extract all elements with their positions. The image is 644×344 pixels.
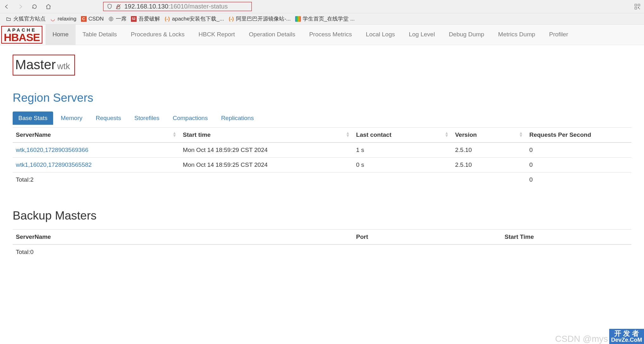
reload-icon <box>31 3 38 10</box>
backup-masters-table: ServerName Port Start Time Total:0 <box>13 229 631 259</box>
tab-storefiles[interactable]: Storefiles <box>129 112 165 125</box>
region-servers-table: ServerName▲▼ Start time▲▼ Last contact▲▼… <box>13 127 631 187</box>
rainbow-icon <box>295 16 301 22</box>
col-servername[interactable]: ServerName▲▼ <box>13 127 180 142</box>
nav-process-metrics[interactable]: Process Metrics <box>302 25 359 45</box>
bookmark-item[interactable]: (-)apache安装包下载_... <box>164 15 224 22</box>
col-bm-servername: ServerName <box>13 229 353 244</box>
bookmark-item[interactable]: (-)阿里巴巴开源镜像站-... <box>228 15 291 22</box>
total-label: Total:2 <box>13 172 180 187</box>
bookmark-item[interactable]: 一席 <box>108 15 127 22</box>
url-bar[interactable]: 192.168.10.130:16010/master-status <box>103 2 252 11</box>
arrow-right-icon <box>17 3 24 10</box>
col-rps[interactable]: Requests Per Second <box>526 127 631 142</box>
sort-icon: ▲▼ <box>519 131 523 137</box>
cell-contact: 0 s <box>353 157 452 172</box>
nav-procedures-locks[interactable]: Procedures & Locks <box>124 25 192 45</box>
reload-button[interactable] <box>31 3 38 10</box>
svg-rect-5 <box>638 7 639 8</box>
forward-button[interactable] <box>17 3 24 10</box>
cell-rps: 0 <box>526 142 631 158</box>
nav-local-logs[interactable]: Local Logs <box>359 25 402 45</box>
master-hostname: wtk <box>57 62 70 71</box>
cell-contact: 1 s <box>353 142 452 158</box>
col-version[interactable]: Version▲▼ <box>452 127 526 142</box>
tab-requests[interactable]: Requests <box>90 112 127 125</box>
back-button[interactable] <box>3 3 10 10</box>
backup-masters-heading: Backup Masters <box>13 209 631 222</box>
folder-icon <box>6 16 11 22</box>
favicon-52pj-icon: 52 <box>131 16 137 22</box>
cell-start: Mon Oct 14 18:59:25 CST 2024 <box>180 157 353 172</box>
bm-total-label: Total:0 <box>13 244 353 259</box>
nav-home[interactable]: Home <box>46 25 76 45</box>
globe-icon <box>108 16 114 22</box>
url-text: 192.168.10.130:16010/master-status <box>124 3 228 10</box>
region-server-tabs: Base Stats Memory Requests Storefiles Co… <box>13 112 631 125</box>
nav-metrics-dump[interactable]: Metrics Dump <box>491 25 542 45</box>
col-last-contact[interactable]: Last contact▲▼ <box>353 127 452 142</box>
svg-rect-6 <box>639 9 640 9</box>
browser-toolbar: 192.168.10.130:16010/master-status <box>0 0 644 13</box>
tab-compactions[interactable]: Compactions <box>167 112 214 125</box>
pocket-icon: ◡ <box>50 16 56 22</box>
page-content: Master wtk Region Servers Base Stats Mem… <box>0 45 644 269</box>
lock-insecure-icon <box>115 4 121 9</box>
server-link[interactable]: wtk1,16020,1728903565582 <box>16 161 92 168</box>
tab-base-stats[interactable]: Base Stats <box>13 112 53 125</box>
master-title-box: Master wtk <box>13 55 75 75</box>
home-icon <box>45 3 52 10</box>
tab-memory[interactable]: Memory <box>55 112 88 125</box>
table-total-row: Total:0 <box>13 244 631 259</box>
svg-rect-3 <box>638 4 640 6</box>
qr-icon[interactable] <box>634 3 641 10</box>
bookmark-item[interactable]: CCSDN <box>81 16 104 22</box>
sort-icon: ▲▼ <box>346 131 350 137</box>
bookmarks-bar: 火狐官方站点 ◡relaxing CCSDN 一席 52吾爱破解 (-)apac… <box>0 13 644 24</box>
svg-rect-4 <box>635 7 637 9</box>
cell-start: Mon Oct 14 18:59:29 CST 2024 <box>180 142 353 158</box>
bookmark-item[interactable]: 52吾爱破解 <box>131 15 160 22</box>
csdn-icon: C <box>81 16 87 22</box>
nav-table-details[interactable]: Table Details <box>76 25 124 45</box>
cell-version: 2.5.10 <box>452 157 526 172</box>
nav-hbck-report[interactable]: HBCK Report <box>192 25 242 45</box>
sort-icon: ▲▼ <box>172 131 176 137</box>
bookmark-item[interactable]: ◡relaxing <box>50 16 77 22</box>
svg-rect-2 <box>635 4 637 6</box>
nav-operation-details[interactable]: Operation Details <box>242 25 302 45</box>
apache-icon: (-) <box>228 16 234 22</box>
table-row: wtk1,16020,1728903565582 Mon Oct 14 18:5… <box>13 157 631 172</box>
nav-log-level[interactable]: Log Level <box>402 25 442 45</box>
apache-icon: (-) <box>164 16 170 22</box>
shield-icon <box>107 4 112 9</box>
col-bm-start-time: Start Time <box>501 229 631 244</box>
home-button[interactable] <box>45 3 52 10</box>
col-start-time[interactable]: Start time▲▼ <box>180 127 353 142</box>
table-total-row: Total:2 0 <box>13 172 631 187</box>
logo-main-text: HBASE <box>4 33 40 42</box>
toolbar-right <box>634 3 641 10</box>
nav-profiler[interactable]: Profiler <box>542 25 575 45</box>
total-rps: 0 <box>526 172 631 187</box>
bookmark-item[interactable]: 火狐官方站点 <box>6 15 46 22</box>
master-title: Master <box>15 57 56 72</box>
tab-replications[interactable]: Replications <box>215 112 260 125</box>
server-link[interactable]: wtk,16020,1728903569366 <box>16 147 88 153</box>
cell-rps: 0 <box>526 157 631 172</box>
bookmark-item[interactable]: 学生首页_在线学堂 ... <box>295 15 355 22</box>
cell-version: 2.5.10 <box>452 142 526 158</box>
hbase-logo[interactable]: APACHE HBASE <box>1 26 42 44</box>
region-servers-heading: Region Servers <box>13 91 631 105</box>
browser-chrome: 192.168.10.130:16010/master-status 火狐官方站… <box>0 0 644 25</box>
arrow-left-icon <box>3 3 10 10</box>
col-bm-port: Port <box>353 229 501 244</box>
hbase-navbar: APACHE HBASE Home Table Details Procedur… <box>0 25 644 45</box>
sort-icon: ▲▼ <box>445 131 449 137</box>
table-row: wtk,16020,1728903569366 Mon Oct 14 18:59… <box>13 142 631 158</box>
nav-debug-dump[interactable]: Debug Dump <box>442 25 491 45</box>
